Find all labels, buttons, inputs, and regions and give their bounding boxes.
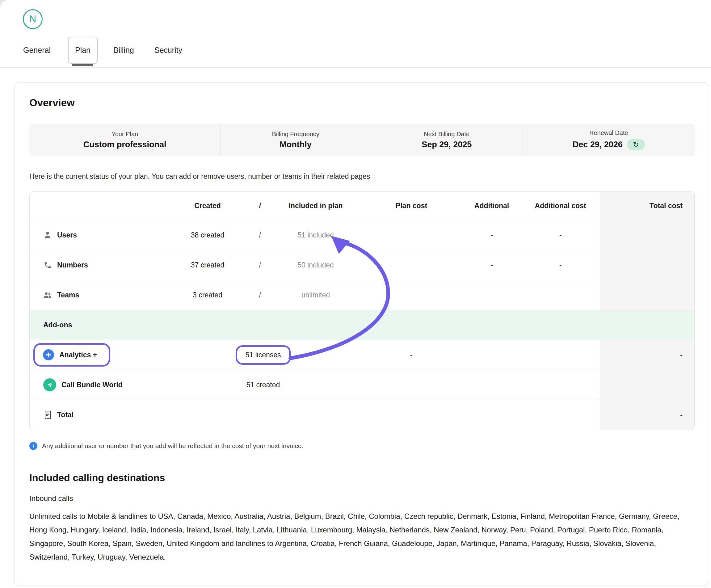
tab-security[interactable]: Security [154, 37, 182, 64]
summary-billing-frequency: Billing Frequency Monthly [220, 124, 371, 156]
header-plan-cost: Plan cost [359, 202, 464, 210]
analytics-total-cost: - [601, 351, 695, 359]
summary-label: Renewal Date [589, 129, 628, 136]
tab-general[interactable]: General [23, 37, 51, 64]
destinations-subtitle: Inbound calls [29, 494, 695, 503]
header-included: Included in plan [273, 202, 359, 210]
annotation-box-licenses: 51 licenses [236, 345, 290, 365]
info-note: i Any additional user or number that you… [29, 442, 695, 450]
numbers-included: 50 included [273, 261, 359, 269]
destinations-title: Included calling destinations [29, 472, 695, 484]
total-total-cost: - [601, 411, 695, 419]
numbers-additional-cost: - [519, 261, 601, 269]
plan-overview-card: Overview Your Plan Custom professional B… [14, 83, 709, 586]
summary-value: Custom professional [83, 140, 167, 150]
summary-value: Monthly [280, 140, 311, 150]
avatar-letter: N [29, 14, 36, 25]
annotation-box-analytics: Analytics + [34, 343, 110, 367]
overview-title: Overview [29, 97, 695, 109]
header-total-cost: Total cost [601, 202, 695, 210]
summary-value: Sep 29, 2025 [422, 140, 472, 150]
summary-your-plan: Your Plan Custom professional [29, 124, 220, 156]
settings-window: N General Plan Billing Security Overview… [0, 0, 711, 588]
row-label: Total [57, 411, 73, 419]
users-additional: - [464, 231, 519, 239]
row-label: Analytics + [59, 351, 97, 359]
info-icon: i [29, 442, 37, 450]
call-bundle-created: 51 created [167, 381, 359, 389]
summary-renewal-date: Renewal Date Dec 29, 2026 ↻ [523, 124, 695, 156]
plan-status-line: Here is the current status of your plan.… [29, 172, 695, 181]
company-avatar[interactable]: N [23, 9, 43, 29]
tab-plan[interactable]: Plan [68, 37, 98, 64]
table-row-call-bundle-world: Call Bundle World 51 created [30, 370, 694, 400]
tab-billing[interactable]: Billing [113, 37, 134, 64]
table-header-row: Created / Included in plan Plan cost Add… [30, 192, 694, 220]
summary-next-billing-date: Next Billing Date Sep 29, 2025 [371, 124, 523, 156]
plan-status-table: Created / Included in plan Plan cost Add… [29, 192, 695, 430]
row-label: Call Bundle World [62, 381, 123, 389]
header-slash: / [248, 202, 273, 210]
table-row-numbers: Numbers 37 created / 50 included - - [30, 250, 694, 280]
summary-value: Dec 29, 2026 [573, 140, 623, 150]
table-section-addons: Add-ons [30, 310, 694, 340]
call-bundle-world-icon [43, 378, 56, 391]
row-label: Teams [57, 291, 79, 299]
teams-created: 3 created [167, 291, 248, 299]
row-label: Users [57, 231, 77, 239]
renewal-refresh-icon[interactable]: ↻ [627, 139, 645, 150]
summary-label: Next Billing Date [424, 131, 470, 138]
info-note-text: Any additional user or number that you a… [42, 442, 303, 450]
header-created: Created [167, 202, 248, 210]
users-included: 51 included [273, 231, 359, 239]
row-label: Numbers [57, 261, 88, 269]
analytics-plan-cost: - [359, 351, 464, 359]
settings-tabs: General Plan Billing Security [23, 37, 182, 64]
phone-icon [43, 261, 52, 269]
receipt-icon [43, 411, 52, 419]
summary-label: Your Plan [111, 131, 138, 138]
app-header: N General Plan Billing Security [0, 0, 711, 68]
summary-label: Billing Frequency [272, 131, 319, 138]
addons-section-label: Add-ons [30, 321, 695, 329]
table-row-analytics-plus: Analytics + 51 licenses - - [30, 340, 694, 370]
analytics-plus-icon [43, 349, 54, 361]
users-created: 38 created [167, 231, 248, 239]
table-row-teams: Teams 3 created / unlimited [30, 280, 694, 310]
header-additional-cost: Additional cost [519, 202, 601, 210]
destinations-paragraph: Unlimited calls to Mobile & landlines to… [29, 509, 695, 564]
header-additional: Additional [464, 202, 519, 210]
user-icon [43, 231, 52, 239]
table-row-total: Total - [30, 400, 694, 430]
teams-icon [43, 290, 52, 299]
users-additional-cost: - [519, 231, 601, 239]
analytics-licenses: 51 licenses [167, 345, 359, 365]
plan-summary-strip: Your Plan Custom professional Billing Fr… [29, 124, 695, 156]
numbers-created: 37 created [167, 261, 248, 269]
teams-included: unlimited [273, 291, 359, 299]
table-row-users: Users 38 created / 51 included - - [30, 220, 694, 250]
numbers-additional: - [464, 261, 519, 269]
